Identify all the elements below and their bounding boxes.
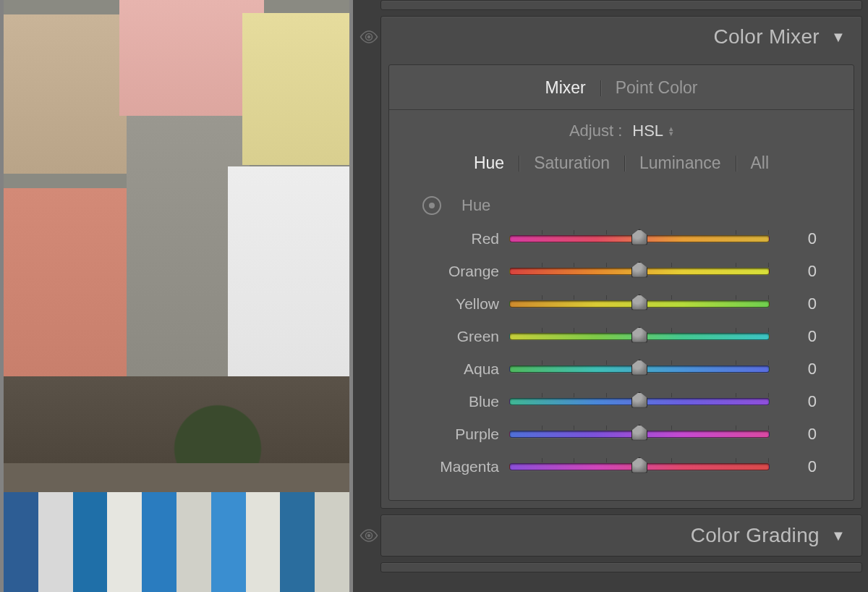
- slider-track-magenta[interactable]: [509, 463, 770, 470]
- sliders-title-row: Hue: [418, 196, 817, 222]
- panel-sliver-below: [380, 562, 862, 572]
- slider-row-red: Red 0: [418, 222, 817, 255]
- sliders-title: Hue: [461, 196, 490, 215]
- slider-label: Green: [418, 328, 499, 345]
- slider-label: Blue: [418, 393, 499, 410]
- slider-value[interactable]: 0: [780, 457, 817, 476]
- tab-saturation[interactable]: Saturation: [519, 153, 624, 173]
- panel-header-color-grading[interactable]: Color Grading ▼: [381, 515, 861, 556]
- panel-color-grading: Color Grading ▼: [380, 515, 862, 557]
- panel-column: Color Mixer ▼ Mixer Point Color Adjust :…: [353, 0, 868, 592]
- slider-track-red[interactable]: [509, 235, 770, 242]
- panel-header-color-mixer[interactable]: Color Mixer ▼: [381, 17, 861, 57]
- adjust-mode-row: Adjust : HSL ▴▾: [389, 110, 854, 149]
- slider-row-magenta: Magenta 0: [418, 450, 817, 483]
- slider-row-yellow: Yellow 0: [418, 287, 817, 320]
- targeted-adjustment-icon[interactable]: [422, 196, 441, 215]
- hue-sliders: Hue Red 0 Orange 0 Yellow: [389, 174, 854, 490]
- preview-pane: [0, 0, 353, 592]
- tab-all[interactable]: All: [736, 153, 784, 173]
- slider-row-purple: Purple 0: [418, 418, 817, 450]
- slider-label: Aqua: [418, 360, 499, 378]
- tab-hue[interactable]: Hue: [459, 153, 519, 173]
- slider-value[interactable]: 0: [780, 229, 817, 248]
- slider-value[interactable]: 0: [780, 262, 817, 281]
- slider-track-yellow[interactable]: [509, 300, 770, 308]
- tab-point-color[interactable]: Point Color: [601, 77, 712, 99]
- slider-track-blue[interactable]: [509, 398, 770, 405]
- slider-label: Purple: [418, 426, 499, 443]
- slider-row-green: Green 0: [418, 320, 817, 352]
- visibility-eye-icon[interactable]: [359, 30, 378, 43]
- slider-value[interactable]: 0: [780, 327, 817, 346]
- slider-label: Red: [418, 230, 499, 248]
- adjust-mode-dropdown[interactable]: HSL ▴▾: [632, 122, 673, 140]
- color-mixer-body: Mixer Point Color Adjust : HSL ▴▾ Hue Sa…: [388, 64, 854, 501]
- panel-title: Color Grading: [691, 524, 820, 547]
- hsl-tabs: Hue Saturation Luminance All: [389, 149, 854, 174]
- svg-point-0: [367, 35, 370, 38]
- slider-row-blue: Blue 0: [418, 385, 817, 418]
- slider-value[interactable]: 0: [780, 295, 817, 313]
- disclosure-triangle-icon[interactable]: ▼: [831, 528, 846, 544]
- slider-row-aqua: Aqua 0: [418, 352, 817, 385]
- slider-track-purple[interactable]: [509, 431, 770, 438]
- adjust-label: Adjust :: [569, 122, 622, 140]
- photo-preview[interactable]: [4, 0, 349, 592]
- slider-row-orange: Orange 0: [418, 255, 817, 287]
- svg-point-1: [367, 534, 370, 537]
- panel-sliver-above: [380, 0, 862, 10]
- visibility-eye-icon[interactable]: [359, 529, 378, 542]
- slider-label: Orange: [418, 263, 499, 280]
- disclosure-triangle-icon[interactable]: ▼: [831, 29, 846, 46]
- slider-value[interactable]: 0: [780, 392, 817, 411]
- slider-track-aqua[interactable]: [509, 365, 770, 373]
- panel-color-mixer: Color Mixer ▼ Mixer Point Color Adjust :…: [380, 16, 862, 509]
- slider-label: Magenta: [418, 458, 499, 475]
- adjust-value-text: HSL: [632, 122, 663, 140]
- mixer-mode-tabs: Mixer Point Color: [389, 71, 854, 109]
- tab-luminance[interactable]: Luminance: [625, 153, 736, 173]
- updown-icon: ▴▾: [669, 126, 673, 136]
- slider-label: Yellow: [418, 295, 499, 313]
- panel-title: Color Mixer: [713, 25, 819, 48]
- app-root: Color Mixer ▼ Mixer Point Color Adjust :…: [0, 0, 868, 592]
- slider-value[interactable]: 0: [780, 425, 817, 444]
- slider-value[interactable]: 0: [780, 360, 817, 379]
- tab-mixer[interactable]: Mixer: [530, 77, 600, 99]
- slider-track-green[interactable]: [509, 333, 770, 340]
- slider-track-orange[interactable]: [509, 268, 770, 275]
